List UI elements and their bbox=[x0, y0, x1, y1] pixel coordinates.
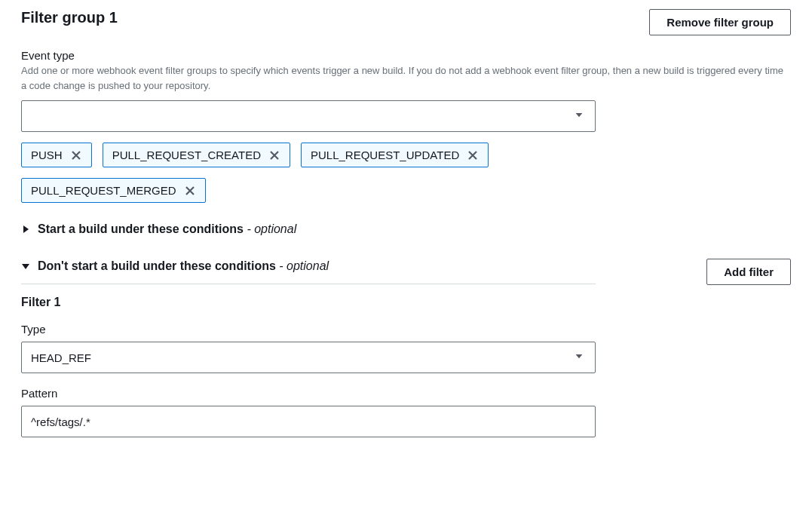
dont-start-conditions-expander[interactable]: Don't start a build under these conditio… bbox=[21, 259, 596, 284]
tag-label: PULL_REQUEST_CREATED bbox=[112, 149, 261, 161]
caret-right-icon bbox=[21, 225, 30, 234]
tag-label: PULL_REQUEST_MERGED bbox=[31, 184, 176, 197]
filter-heading: Filter 1 bbox=[21, 296, 791, 309]
event-type-select[interactable] bbox=[21, 100, 596, 132]
add-filter-button[interactable]: Add filter bbox=[706, 259, 791, 285]
event-type-tag: PULL_REQUEST_CREATED bbox=[103, 143, 290, 167]
event-type-tag: PULL_REQUEST_MERGED bbox=[21, 178, 206, 203]
filter-type-select[interactable]: HEAD_REF bbox=[21, 342, 596, 373]
page-title: Filter group 1 bbox=[21, 9, 118, 26]
filter-type-label: Type bbox=[21, 323, 791, 336]
start-conditions-label: Start a build under these conditions bbox=[38, 222, 244, 235]
filter-type-value: HEAD_REF bbox=[31, 351, 91, 364]
remove-filter-group-button[interactable]: Remove filter group bbox=[649, 9, 791, 35]
close-icon[interactable] bbox=[184, 185, 196, 197]
close-icon[interactable] bbox=[70, 149, 82, 161]
event-type-tag: PULL_REQUEST_UPDATED bbox=[301, 143, 489, 167]
tag-label: PULL_REQUEST_UPDATED bbox=[311, 149, 459, 161]
event-type-label: Event type bbox=[21, 49, 791, 62]
chevron-down-icon bbox=[574, 110, 584, 123]
filter-pattern-input[interactable] bbox=[31, 415, 569, 428]
event-type-tags: PUSHPULL_REQUEST_CREATEDPULL_REQUEST_UPD… bbox=[21, 143, 596, 203]
event-type-tag: PUSH bbox=[21, 143, 92, 167]
dont-start-conditions-label: Don't start a build under these conditio… bbox=[38, 259, 276, 272]
chevron-down-icon bbox=[574, 351, 584, 364]
tag-label: PUSH bbox=[31, 149, 63, 161]
start-conditions-expander[interactable]: Start a build under these conditions - o… bbox=[21, 222, 596, 236]
caret-down-icon bbox=[21, 262, 30, 271]
close-icon[interactable] bbox=[467, 149, 479, 161]
filter-pattern-input-wrapper bbox=[21, 406, 596, 437]
filter-pattern-label: Pattern bbox=[21, 387, 791, 400]
close-icon[interactable] bbox=[268, 149, 280, 161]
event-type-description: Add one or more webhook event filter gro… bbox=[21, 63, 790, 93]
